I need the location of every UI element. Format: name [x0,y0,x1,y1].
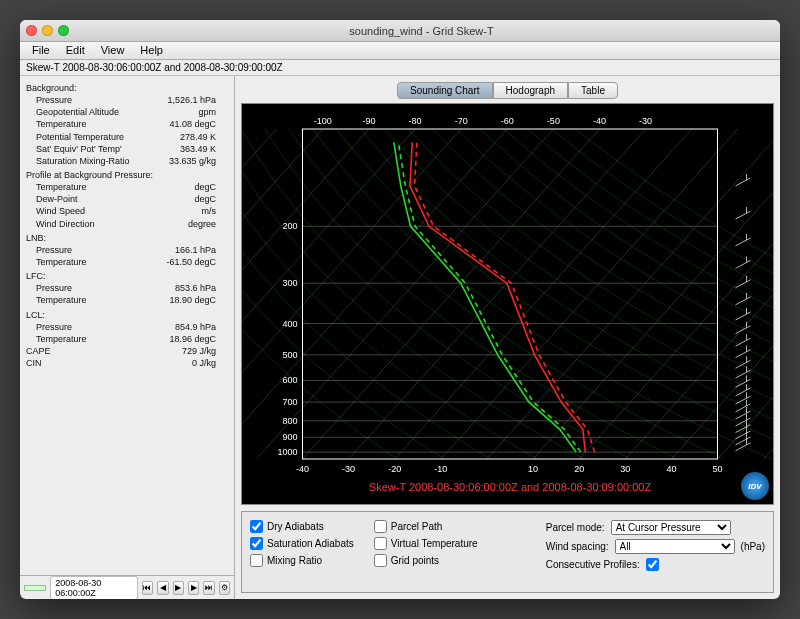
time-controls: 2008-08-30 06:00:00Z ⏮ ◀ ▶ ▶ ⏭ ⚙ [20,575,234,599]
menu-file[interactable]: File [24,42,58,59]
cb-dry-adiabats[interactable]: Dry Adiabats [250,520,354,533]
svg-line-87 [736,411,751,419]
svg-text:600: 600 [282,375,297,385]
svg-text:-50: -50 [547,116,560,126]
play-icon[interactable]: ▶ [173,581,184,595]
svg-line-71 [736,338,751,346]
rewind-icon[interactable]: ⏮ [142,581,153,595]
svg-line-63 [736,280,751,288]
side-panel: Background:Pressure1,526.1 hPaGeopotenti… [20,76,235,599]
svg-line-28 [395,129,692,459]
time-dropdown[interactable]: 2008-08-30 06:00:00Z [50,576,138,600]
svg-line-31 [533,129,773,459]
tab-bar: Sounding Chart Hodograph Table [241,82,774,99]
svg-line-59 [736,238,751,246]
menubar: File Edit View Help [20,42,780,60]
svg-line-61 [736,260,751,268]
time-progress [24,585,46,591]
titlebar[interactable]: sounding_wind - Grid Skew-T [20,20,780,42]
wind-spacing-label: Wind spacing: [546,541,609,552]
svg-text:-90: -90 [362,116,375,126]
cb-mixing-ratio[interactable]: Mixing Ratio [250,554,354,567]
svg-line-34 [671,129,773,459]
svg-text:500: 500 [282,350,297,360]
cb-parcel-path[interactable]: Parcel Path [374,520,478,533]
zoom-icon[interactable] [58,25,69,36]
tab-table[interactable]: Table [568,82,618,99]
window-title: sounding_wind - Grid Skew-T [69,25,774,37]
wind-spacing-unit: (hPa) [741,541,765,552]
right-panel: Sounding Chart Hodograph Table 200300400… [235,76,780,599]
svg-text:900: 900 [282,432,297,442]
close-icon[interactable] [26,25,37,36]
menu-edit[interactable]: Edit [58,42,93,59]
svg-line-19 [242,129,277,459]
parcel-mode-select[interactable]: At Cursor Pressure [611,520,731,535]
sub-title: Skew-T 2008-08-30:06:00:00Z and 2008-08-… [20,60,780,76]
svg-text:Skew-T 2008-08-30:06:00:00Z an: Skew-T 2008-08-30:06:00:00Z and 2008-08-… [369,481,652,493]
svg-line-67 [736,312,751,320]
svg-line-27 [349,129,646,459]
svg-line-73 [736,350,751,358]
wind-spacing-select[interactable]: All [615,539,735,554]
menu-help[interactable]: Help [132,42,171,59]
svg-line-26 [303,129,600,459]
svg-line-32 [579,129,773,459]
traffic-lights [26,25,69,36]
svg-text:-30: -30 [639,116,652,126]
svg-line-91 [736,425,751,433]
svg-text:300: 300 [282,278,297,288]
menu-view[interactable]: View [93,42,133,59]
skewt-chart[interactable]: 2003004005006007008009001000-40-30-20-10… [241,103,774,505]
svg-text:40: 40 [666,464,676,474]
svg-text:400: 400 [282,319,297,329]
svg-line-36 [764,129,773,459]
svg-line-69 [736,326,751,334]
app-window: sounding_wind - Grid Skew-T File Edit Vi… [20,20,780,599]
svg-text:-30: -30 [342,464,355,474]
cb-grid-points[interactable]: Grid points [374,554,478,567]
svg-line-20 [242,129,323,459]
svg-line-21 [242,129,369,459]
cb-sat-adiabats[interactable]: Saturation Adiabats [250,537,354,550]
ffwd-icon[interactable]: ⏭ [203,581,214,595]
cb-virtual-temp[interactable]: Virtual Temperature [374,537,478,550]
svg-text:30: 30 [620,464,630,474]
svg-text:-40: -40 [593,116,606,126]
cb-consecutive[interactable] [646,558,659,571]
svg-line-93 [736,431,751,439]
tab-hodograph[interactable]: Hodograph [493,82,568,99]
svg-line-24 [242,129,507,459]
svg-line-23 [242,129,461,459]
controls-panel: Dry Adiabats Saturation Adiabats Mixing … [241,511,774,593]
consecutive-label: Consecutive Profiles: [546,559,640,570]
svg-line-81 [736,388,751,396]
tab-sounding[interactable]: Sounding Chart [397,82,493,99]
svg-text:1000: 1000 [277,447,297,457]
svg-text:700: 700 [282,397,297,407]
svg-line-65 [736,297,751,305]
svg-line-77 [736,370,751,378]
svg-text:800: 800 [282,416,297,426]
svg-line-35 [718,129,774,459]
svg-text:-100: -100 [314,116,332,126]
skewt-svg: 2003004005006007008009001000-40-30-20-10… [242,104,773,504]
svg-text:-70: -70 [455,116,468,126]
minimize-icon[interactable] [42,25,53,36]
svg-line-55 [736,178,751,186]
svg-line-75 [736,360,751,368]
svg-line-83 [736,396,751,404]
svg-text:-60: -60 [501,116,514,126]
step-fwd-icon[interactable]: ▶ [188,581,199,595]
logo-icon: IDV [741,472,769,500]
svg-text:-20: -20 [388,464,401,474]
info-panel: Background:Pressure1,526.1 hPaGeopotenti… [20,76,234,575]
step-back-icon[interactable]: ◀ [157,581,168,595]
svg-rect-37 [303,129,718,459]
svg-line-57 [736,211,751,219]
svg-text:20: 20 [574,464,584,474]
svg-text:10: 10 [528,464,538,474]
settings-icon[interactable]: ⚙ [219,581,230,595]
svg-line-30 [487,129,773,459]
svg-text:-10: -10 [434,464,447,474]
